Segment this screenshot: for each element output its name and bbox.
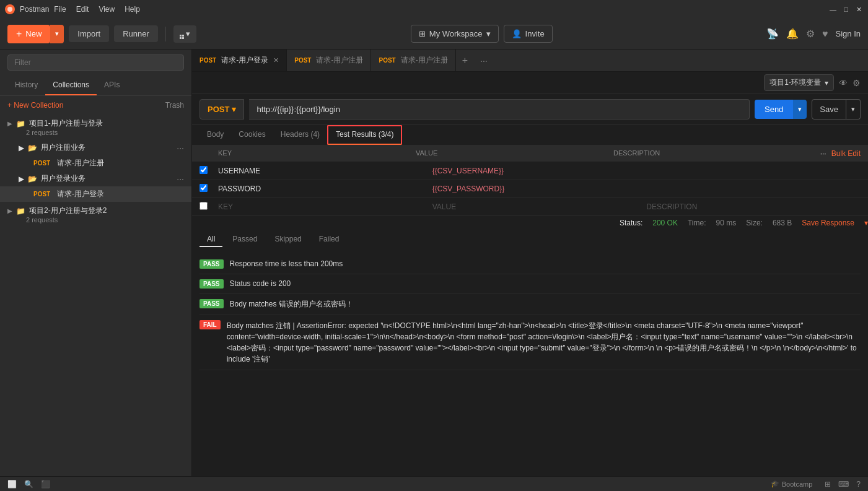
add-tab-button[interactable]: + [456,50,474,71]
request-name-1: 请求-用户注册 [57,158,104,168]
sidebar-search-area [0,50,191,76]
collection-2-header: ▶ 📁 项目2-用户注册与登录2 [7,206,184,216]
col-key-header: KEY [218,149,416,158]
runner-button[interactable]: Runner [114,25,158,42]
trash-button[interactable]: Trash [165,101,184,110]
heart-icon-button[interactable]: ♥ [822,28,828,40]
row-check-0[interactable] [199,166,218,176]
folder-icon: 📂 [28,175,37,183]
minimize-button[interactable]: — [829,6,837,14]
sign-in-button[interactable]: Sign In [836,29,861,38]
row-check-1[interactable] [199,184,218,194]
settings-icon-button[interactable]: ⚙ [806,28,815,40]
search-status-button[interactable]: 🔍 [24,480,33,489]
pass-badge-0: PASS [199,259,224,269]
new-button[interactable]: + New [7,25,50,43]
pass-badge-2: PASS [199,299,224,308]
help-button[interactable]: ? [856,480,861,489]
method-dropdown-icon: ▾ [232,105,236,114]
bootcamp-button[interactable]: 🎓 Bootcamp [771,480,813,488]
new-collection-button[interactable]: + New Collection [7,101,63,110]
params-tab-test-results[interactable]: Test Results (3/4) [327,125,402,145]
url-input[interactable] [249,99,750,119]
tab-apis[interactable]: APIs [97,76,127,95]
save-button[interactable]: Save [812,99,846,119]
filter-tab-skipped[interactable]: Skipped [267,232,309,247]
invite-button[interactable]: 👤 Invite [504,25,553,43]
bulk-edit-button[interactable]: Bulk Edit [831,149,861,158]
subfolder-2[interactable]: ▶ 📂 用户登录业务 ··· [0,171,191,186]
new-dropdown-button[interactable]: ▾ [50,25,64,43]
filter-tab-passed[interactable]: Passed [225,232,265,247]
tabs-bar: POST 请求-用户登录 ✕ POST 请求-用户注册 POST 请求-用户注册… [192,50,868,72]
sync-button[interactable]: ▾ [173,25,197,43]
title-bar: Postman File Edit View Help — □ ✕ [0,0,868,19]
col-check-header [199,149,218,158]
tab-1-close-button[interactable]: ✕ [273,56,279,64]
collection-item-2[interactable]: ▶ 📁 项目2-用户注册与登录2 2 requests [0,202,191,227]
save-response-button[interactable]: Save Response [802,219,854,227]
request-item-2[interactable]: POST 请求-用户登录 [0,186,191,202]
bell-icon-button[interactable]: 🔔 [786,28,799,40]
collection-1-name: 项目1-用户注册与登录 [29,118,184,129]
keyboard-button[interactable]: ⌨ [838,480,849,489]
menu-help[interactable]: Help [125,5,140,14]
subfolder-1[interactable]: ▶ 📂 用户注册业务 ··· [0,140,191,155]
checkbox-0[interactable] [199,166,208,174]
status-label: Status: [620,219,642,227]
folder-more-button-2[interactable]: ··· [177,174,184,184]
collection-item-1[interactable]: ▶ 📁 项目1-用户注册与登录 2 requests [0,115,191,140]
tab-1[interactable]: POST 请求-用户登录 ✕ [192,50,287,71]
import-button[interactable]: Import [69,25,109,42]
checkbox-1[interactable] [199,184,208,192]
sidebar: History Collections APIs + New Collectio… [0,50,192,491]
params-tab-headers[interactable]: Headers (4) [273,125,327,145]
console-button[interactable]: ⬛ [41,480,50,489]
tab-3[interactable]: POST 请求-用户注册 [371,50,455,71]
workspace-button[interactable]: ⊞ My Workspace ▾ [411,25,499,43]
sidebar-actions: + New Collection Trash [0,96,191,115]
subfolder-1-header: ▶ 📂 用户注册业务 ··· [19,142,184,153]
folder-icon: 📁 [16,119,25,128]
search-input[interactable] [7,54,184,71]
more-options-icon: ··· [820,149,826,158]
params-table-header: KEY VALUE DESCRIPTION ··· Bulk Edit [192,146,868,162]
menu-file[interactable]: File [54,5,66,14]
app-name: Postman [20,5,49,14]
satellite-icon-button[interactable]: 📡 [766,28,779,40]
row-check-2[interactable] [199,202,218,212]
sidebar-toggle-button[interactable]: ⬜ [7,480,17,489]
tab-more-button[interactable]: ··· [474,50,494,71]
send-button[interactable]: Send [755,100,793,119]
folder-icon: 📂 [28,144,37,152]
subfolder-2-header: ▶ 📂 用户登录业务 ··· [19,173,184,184]
menu-edit[interactable]: Edit [76,5,89,14]
params-tab-cookies[interactable]: Cookies [231,125,273,145]
tab-collections[interactable]: Collections [45,76,97,95]
eye-icon-button[interactable]: 👁 [839,78,848,88]
request-item-1[interactable]: POST 请求-用户注册 [0,155,191,171]
close-button[interactable]: ✕ [855,6,863,14]
params-tab-body[interactable]: Body [199,125,231,145]
env-selector[interactable]: 项目1-环境变量 ▾ [764,74,834,91]
filter-tab-all[interactable]: All [199,232,222,247]
collection-2-name: 项目2-用户注册与登录2 [29,206,184,216]
send-dropdown-button[interactable]: ▾ [793,100,807,119]
method-selector[interactable]: POST ▾ [199,99,244,119]
test-result-3: FAIL Body matches 注销 | AssertionError: e… [199,315,861,370]
settings-env-icon-button[interactable]: ⚙ [853,78,861,88]
tab-history[interactable]: History [7,76,45,95]
col-value-header: VALUE [416,149,613,158]
menu-view[interactable]: View [99,5,115,14]
bootcamp-icon: 🎓 [771,480,779,488]
tab-3-method: POST [379,57,395,64]
filter-tab-failed[interactable]: Failed [312,232,347,247]
layout-button[interactable]: ⊞ [825,480,831,489]
folder-more-button[interactable]: ··· [177,143,184,153]
checkbox-2[interactable] [199,202,208,210]
test-desc-0: Response time is less than 200ms [230,259,343,268]
maximize-button[interactable]: □ [842,6,850,14]
tab-2[interactable]: POST 请求-用户注册 [287,50,371,71]
save-dropdown-button[interactable]: ▾ [846,99,861,119]
row-key-1: password [218,185,432,193]
